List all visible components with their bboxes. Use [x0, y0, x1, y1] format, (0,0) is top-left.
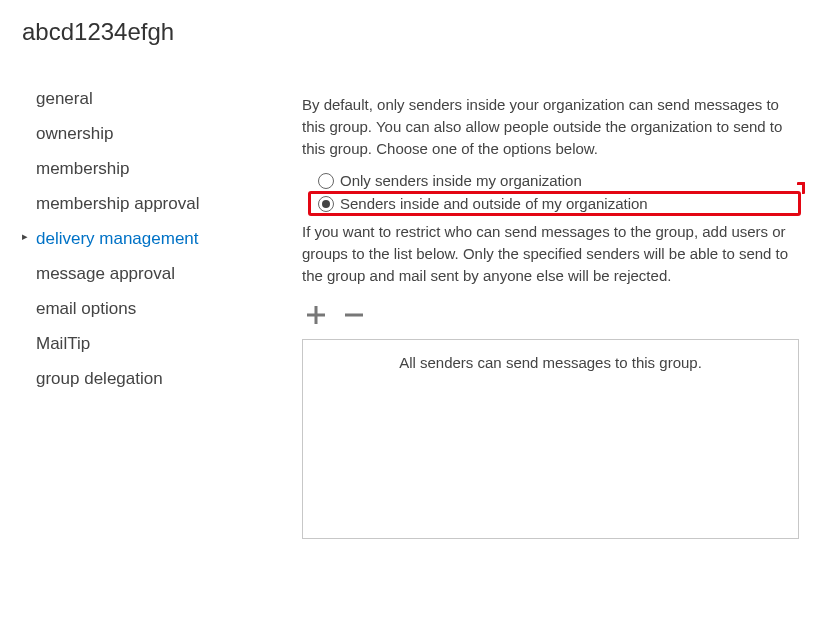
radio-icon	[318, 173, 334, 189]
radio-only-inside[interactable]: Only senders inside my organization	[314, 169, 799, 192]
remove-button[interactable]	[340, 301, 368, 329]
plus-icon	[304, 303, 328, 327]
sidebar-item-label: general	[36, 89, 93, 108]
layout-container: general ownership membership membership …	[22, 82, 799, 539]
description-text: By default, only senders inside your org…	[302, 94, 799, 159]
sidebar-item-label: ownership	[36, 124, 114, 143]
allowed-senders-toolbar	[302, 301, 799, 329]
sidebar-item-group-delegation[interactable]: group delegation	[22, 362, 242, 397]
sidebar-item-general[interactable]: general	[22, 82, 242, 117]
radio-icon	[318, 196, 334, 212]
main-panel: By default, only senders inside your org…	[302, 82, 799, 539]
allowed-senders-list[interactable]: All senders can send messages to this gr…	[302, 339, 799, 539]
sidebar-item-label: email options	[36, 299, 136, 318]
radio-label: Senders inside and outside of my organiz…	[340, 195, 648, 212]
page-title: abcd1234efgh	[22, 18, 799, 46]
add-button[interactable]	[302, 301, 330, 329]
minus-icon	[342, 303, 366, 327]
radio-label: Only senders inside my organization	[340, 172, 582, 189]
sidebar-item-membership[interactable]: membership	[22, 152, 242, 187]
sidebar-item-label: message approval	[36, 264, 175, 283]
sidebar-item-mailtip[interactable]: MailTip	[22, 327, 242, 362]
restrict-description-text: If you want to restrict who can send mes…	[302, 221, 799, 286]
sidebar-item-email-options[interactable]: email options	[22, 292, 242, 327]
sidebar-item-label: membership approval	[36, 194, 199, 213]
sidebar-item-membership-approval[interactable]: membership approval	[22, 187, 242, 222]
sidebar-item-label: delivery management	[36, 229, 199, 248]
sidebar-item-delivery-management[interactable]: delivery management	[22, 222, 242, 257]
sidebar-item-label: MailTip	[36, 334, 90, 353]
listbox-placeholder: All senders can send messages to this gr…	[399, 354, 702, 371]
svg-rect-0	[345, 313, 363, 316]
sidebar-item-label: membership	[36, 159, 130, 178]
sidebar: general ownership membership membership …	[22, 82, 242, 539]
sidebar-item-message-approval[interactable]: message approval	[22, 257, 242, 292]
radio-dot-icon	[322, 200, 330, 208]
radio-inside-and-outside[interactable]: Senders inside and outside of my organiz…	[314, 192, 799, 215]
sidebar-item-ownership[interactable]: ownership	[22, 117, 242, 152]
sender-scope-radio-group: Only senders inside my organization Send…	[314, 169, 799, 215]
sidebar-item-label: group delegation	[36, 369, 163, 388]
